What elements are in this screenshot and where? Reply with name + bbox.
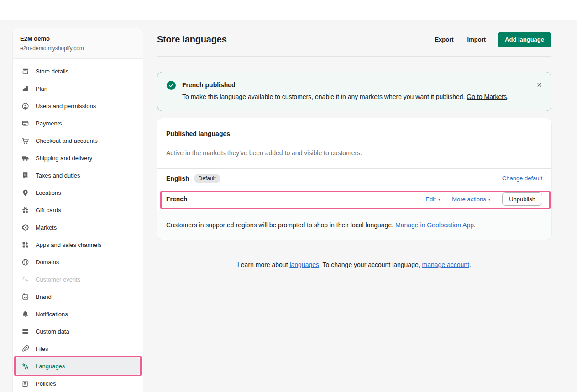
- sidebar-item-policies[interactable]: Policies: [16, 375, 140, 392]
- custom-data-icon: [21, 327, 30, 336]
- user-circle-icon: [21, 102, 30, 110]
- success-check-icon: [167, 81, 176, 90]
- banner-body-text: To make this language available to custo…: [182, 93, 467, 100]
- manage-geolocation-link[interactable]: Manage in Geolocation App: [395, 221, 474, 229]
- sidebar-item-label: Customer events: [36, 276, 80, 283]
- go-to-markets-link[interactable]: Go to Markets: [467, 93, 507, 100]
- sidebar-item-label: Users and permissions: [36, 103, 96, 110]
- sidebar-item-gift-cards[interactable]: Gift cards: [16, 201, 140, 219]
- truck-icon: [21, 154, 30, 162]
- sidebar-item-brand[interactable]: Brand: [16, 288, 140, 305]
- card-footer: Customers in supported regions will be p…: [157, 210, 551, 240]
- banner-body-suffix: .: [507, 93, 509, 100]
- footer-suffix: .: [469, 261, 471, 268]
- payment-card-icon: [21, 119, 30, 128]
- sidebar-nav: Store detailsPlanUsers and permissionsPa…: [13, 59, 143, 392]
- sidebar-item-markets[interactable]: Markets: [16, 219, 140, 236]
- language-row-english: English Default Change default: [157, 168, 551, 188]
- change-default-button[interactable]: Change default: [502, 175, 542, 182]
- sidebar-item-notifications[interactable]: Notifications: [16, 305, 140, 323]
- sidebar-item-label: Files: [36, 345, 48, 352]
- translate-icon: [21, 362, 30, 371]
- sidebar-item-label: Payments: [36, 120, 62, 127]
- french-row-actions: Edit▾ More actions▾ Unpublish: [425, 192, 542, 206]
- default-badge: Default: [194, 174, 220, 183]
- sidebar-item-label: Custom data: [36, 328, 69, 335]
- sidebar-item-label: Policies: [36, 380, 56, 387]
- sidebar-item-label: Markets: [36, 224, 57, 231]
- main-content: Store languages Export Import Add langua…: [157, 20, 551, 268]
- caret-down-icon: ▾: [438, 198, 441, 202]
- sidebar-item-label: Locations: [36, 189, 61, 196]
- language-name: French: [166, 195, 188, 203]
- header-divider: [157, 56, 551, 57]
- sidebar-item-customer-events: Customer events: [16, 271, 140, 288]
- sidebar-item-label: Brand: [36, 293, 52, 300]
- sidebar-item-label: Shipping and delivery: [36, 155, 92, 162]
- banner-close-icon[interactable]: ×: [535, 78, 544, 91]
- sidebar-item-domains[interactable]: Domains: [16, 253, 140, 271]
- receipt-percent-icon: [21, 171, 30, 180]
- language-name: English: [166, 175, 189, 182]
- export-button[interactable]: Export: [430, 32, 458, 47]
- footer-prefix: Learn more about: [237, 261, 289, 268]
- cart-icon: [21, 136, 30, 145]
- page-footer-note: Learn more about languages. To change yo…: [157, 261, 551, 268]
- sidebar-item-label: Store details: [36, 68, 68, 75]
- edit-label: Edit: [425, 196, 435, 203]
- header-actions: Export Import Add language: [430, 32, 551, 47]
- paperclip-icon: [21, 345, 30, 353]
- sidebar-item-checkout-and-accounts[interactable]: Checkout and accounts: [16, 132, 140, 149]
- banner-title: French published: [182, 81, 542, 89]
- language-row-french: French Edit▾ More actions▾ Unpublish: [157, 188, 551, 210]
- page-title: Store languages: [157, 34, 227, 45]
- store-domain-link[interactable]: e2m-demo.myshopify.com: [20, 45, 84, 52]
- sidebar-item-users-and-permissions[interactable]: Users and permissions: [16, 97, 140, 115]
- published-languages-card: Published languages Active in the market…: [157, 118, 551, 240]
- sidebar-item-files[interactable]: Files: [16, 340, 140, 357]
- more-actions-label: More actions: [452, 196, 486, 203]
- banner-body: To make this language available to custo…: [182, 93, 542, 101]
- sidebar-item-custom-data[interactable]: Custom data: [16, 323, 140, 340]
- card-title: Published languages: [166, 130, 542, 137]
- unpublish-button[interactable]: Unpublish: [502, 192, 542, 206]
- gift-card-icon: [21, 206, 30, 214]
- storefront-icon: [21, 67, 30, 76]
- location-pin-icon: [21, 188, 30, 197]
- banner-content: French published To make this language a…: [182, 81, 542, 101]
- languages-link[interactable]: languages: [289, 261, 319, 268]
- sidebar-item-store-details[interactable]: Store details: [16, 63, 140, 80]
- top-bar: [0, 0, 577, 20]
- markets-globe-icon: [21, 223, 30, 232]
- footer-middle: . To change your account language,: [319, 261, 422, 268]
- more-actions-dropdown-button[interactable]: More actions▾: [452, 196, 490, 203]
- sidebar-item-label: Domains: [36, 259, 59, 266]
- card-footer-text: Customers in supported regions will be p…: [166, 221, 395, 229]
- brand-image-icon: [21, 293, 30, 301]
- store-name: E2M demo: [20, 35, 136, 42]
- sidebar-item-locations[interactable]: Locations: [16, 184, 140, 201]
- card-head: Published languages Active in the market…: [157, 118, 551, 168]
- sidebar-item-label: Checkout and accounts: [36, 137, 98, 144]
- sidebar-item-plan[interactable]: Plan: [16, 80, 140, 97]
- caret-down-icon: ▾: [488, 198, 491, 202]
- apps-blocks-icon: [21, 240, 30, 249]
- sidebar-item-payments[interactable]: Payments: [16, 115, 140, 132]
- customer-events-icon: [21, 275, 30, 284]
- sidebar-item-languages[interactable]: Languages: [16, 357, 140, 375]
- page-header: Store languages Export Import Add langua…: [157, 31, 551, 47]
- bell-icon: [21, 310, 30, 319]
- import-button[interactable]: Import: [463, 32, 490, 47]
- sidebar-store-header: E2M demo e2m-demo.myshopify.com: [13, 28, 143, 59]
- manage-account-link[interactable]: manage account: [422, 261, 470, 268]
- sidebar-item-shipping-and-delivery[interactable]: Shipping and delivery: [16, 149, 140, 167]
- success-banner: French published To make this language a…: [157, 72, 551, 111]
- sidebar-item-label: Taxes and duties: [36, 172, 80, 179]
- add-language-button[interactable]: Add language: [498, 32, 551, 47]
- sidebar-item-taxes-and-duties[interactable]: Taxes and duties: [16, 167, 140, 184]
- edit-dropdown-button[interactable]: Edit▾: [425, 196, 440, 203]
- sidebar-item-label: Plan: [36, 85, 47, 92]
- plan-steps-icon: [21, 84, 30, 93]
- sidebar-item-label: Languages: [36, 363, 65, 370]
- sidebar-item-apps-and-sales-channels[interactable]: Apps and sales channels: [16, 236, 140, 253]
